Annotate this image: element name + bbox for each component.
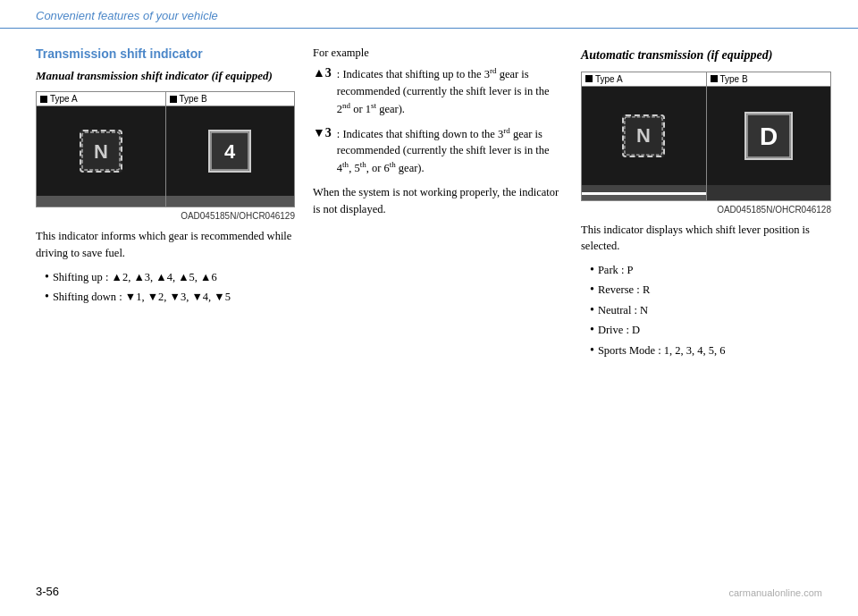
type-a-image: N — [37, 106, 165, 196]
shift-down-icon: ▼3 — [313, 125, 332, 140]
subsection-title: Manual transmission shift indicator (if … — [36, 68, 295, 84]
warning-text: When the system is not working properly,… — [313, 184, 563, 218]
type-b-image: 4 — [166, 106, 295, 196]
right-gear-icon-a: N — [622, 114, 665, 157]
bullet-item-down: • Shifting down : ▼1, ▼2, ▼3, ▼4, ▼5 — [45, 287, 295, 307]
right-type-a-image: N — [582, 87, 706, 185]
example-row-2: ▼3 : Indicates that shifting down to the… — [313, 125, 563, 178]
right-type-a-label: Type A — [582, 72, 706, 87]
right-bullet-dot-4: • — [590, 320, 594, 340]
right-type-b-label: Type B — [707, 72, 831, 87]
right-bullet-3: • Neutral : N — [590, 300, 831, 320]
svg-text:4: 4 — [224, 140, 236, 163]
left-column: Transmission shift indicator Manual tran… — [36, 46, 295, 364]
right-bullet-dot-5: • — [590, 341, 594, 360]
example1-text: : Indicates that shifting up to the 3rd … — [337, 65, 563, 118]
header-title: Convenient features of your vehicle — [36, 9, 218, 22]
page-header: Convenient features of your vehicle — [0, 0, 858, 29]
bullet-text-up: Shifting up : ▲2, ▲3, ▲4, ▲5, ▲6 — [53, 268, 217, 286]
right-bullet-list: • Park : P • Reverse : R • Neutral : N •… — [590, 260, 831, 360]
watermark: carmanualonline.com — [728, 587, 822, 598]
right-image-caption: OAD045185N/OHCR046128 — [581, 205, 831, 215]
type-a-panel: Type A N — [37, 92, 165, 207]
d-gear-icon: D — [744, 112, 793, 160]
bullet-dot-down: • — [45, 287, 49, 307]
right-b-bottom — [707, 185, 831, 200]
type-a-bottom — [37, 196, 165, 207]
right-bullet-1: • Park : P — [590, 260, 831, 280]
right-type-a-square-icon — [585, 75, 593, 82]
bullet-item-up: • Shifting up : ▲2, ▲3, ▲4, ▲5, ▲6 — [45, 267, 295, 287]
gear-icon-a: N — [80, 130, 122, 173]
right-a-strip2 — [582, 195, 706, 200]
type-b-label: Type B — [166, 92, 295, 106]
bullet-text-down: Shifting down : ▼1, ▼2, ▼3, ▼4, ▼5 — [53, 288, 231, 306]
right-type-b-square-icon — [711, 75, 718, 82]
type-b-bottom — [166, 196, 295, 207]
page-number: 3-56 — [36, 585, 59, 598]
for-example-label: For example — [313, 46, 563, 60]
left-body-text: This indicator informs which gear is rec… — [36, 228, 295, 262]
bullet-list: • Shifting up : ▲2, ▲3, ▲4, ▲5, ▲6 • Shi… — [45, 267, 295, 308]
example-row-1: ▲3 : Indicates that shifting up to the 3… — [313, 65, 563, 118]
up-arrows: ▲2, ▲3, ▲4, ▲5, ▲6 — [112, 271, 217, 283]
right-type-a-panel: Type A N — [582, 72, 706, 200]
right-bullet-dot-2: • — [590, 280, 594, 300]
main-content: Transmission shift indicator Manual tran… — [0, 29, 858, 373]
type-b-panel: Type B 4 — [165, 92, 295, 207]
right-bullet-dot-3: • — [590, 300, 594, 320]
right-bullet-4: • Drive : D — [590, 320, 831, 340]
right-type-b-panel: Type B D — [706, 72, 831, 200]
right-bullet-dot-1: • — [590, 260, 594, 280]
shift-up-icon: ▲3 — [313, 65, 332, 80]
gear-icon-b: 4 — [208, 130, 251, 173]
auto-title: Automatic transmission (if equipped) — [581, 46, 831, 64]
down-arrows: ▼1, ▼2, ▼3, ▼4, ▼5 — [125, 291, 231, 303]
svg-text:N: N — [94, 140, 108, 163]
svg-text:D: D — [760, 122, 778, 150]
type-b-square-icon — [170, 96, 177, 103]
right-type-b-image: D — [707, 87, 831, 185]
bullet-dot-up: • — [45, 267, 49, 287]
manual-transmission-image: Type A N — [36, 91, 295, 207]
example2-text: : Indicates that shifting down to the 3r… — [337, 125, 563, 178]
right-column: Automatic transmission (if equipped) Typ… — [581, 46, 831, 364]
page-container: Convenient features of your vehicle Tran… — [0, 0, 858, 616]
right-a-strip1 — [582, 185, 706, 192]
type-a-label: Type A — [37, 92, 165, 106]
auto-transmission-image: Type A N — [581, 72, 831, 201]
right-bullet-5: • Sports Mode : 1, 2, 3, 4, 5, 6 — [590, 341, 831, 360]
section-title: Transmission shift indicator — [36, 46, 295, 61]
right-body-text: This indicator displays which shift leve… — [581, 222, 831, 256]
left-image-caption: OAD045185N/OHCR046129 — [36, 211, 295, 221]
right-bullet-2: • Reverse : R — [590, 280, 831, 300]
type-a-square-icon — [40, 96, 47, 103]
middle-column: For example ▲3 : Indicates that shifting… — [313, 46, 563, 364]
svg-text:N: N — [636, 124, 651, 147]
